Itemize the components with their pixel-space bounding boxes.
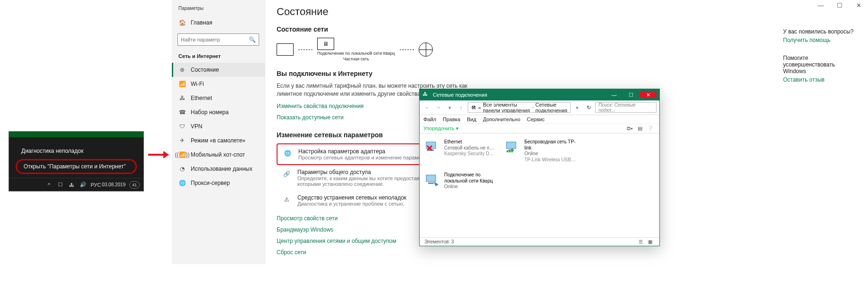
breadcrumb-part[interactable]: Сетевые подключения	[535, 102, 567, 113]
volume-icon[interactable]: 🔊	[79, 182, 87, 188]
connections-area: Ethernet Сетевой кабель не подкл... Kasp…	[420, 133, 659, 237]
menu-diagnose[interactable]: Диагностика неполадок	[9, 144, 143, 158]
search-input[interactable]	[181, 37, 249, 42]
sidebar-item-airplane[interactable]: ✈ Режим «в самолете»	[172, 133, 265, 148]
refresh-button[interactable]: ↻	[584, 105, 593, 111]
svg-rect-4	[506, 142, 516, 149]
router-icon: 🖥	[317, 38, 334, 50]
sidebar-item-label: Прокси-сервер	[191, 180, 230, 186]
connection-item-lan[interactable]: Подключение по локальной сети Кварц Onli…	[425, 172, 496, 190]
close-button[interactable]: ✕	[640, 92, 657, 98]
explorer-toolbar: Упорядочить ▾ ⧉▾ ▤ ❔	[420, 124, 659, 133]
menu-extras[interactable]: Дополнительно	[483, 117, 520, 122]
network-type-caption: Частная сеть	[317, 57, 395, 61]
sidebar-item-ethernet[interactable]: 🖧 Ethernet	[172, 91, 265, 105]
maximize-button[interactable]: ☐	[623, 92, 640, 98]
taskbar-network-popup: Диагностика неполадок Открыть "Параметры…	[8, 131, 144, 191]
organize-button[interactable]: Упорядочить ▾	[423, 125, 459, 132]
preview-pane-button[interactable]: ▤	[635, 125, 645, 132]
sidebar-item-proxy[interactable]: 🌐 Прокси-сервер	[172, 176, 265, 190]
view-details-button[interactable]: ☰	[636, 239, 645, 244]
svg-rect-6	[506, 150, 508, 152]
explorer-menubar: Файл Правка Вид Дополнительно Сервис	[420, 115, 659, 124]
breadcrumb-path[interactable]: 🛠 « Все элементы панели управления › Сет…	[468, 102, 571, 113]
breadcrumb-root: «	[478, 105, 481, 110]
sidebar-item-label: Набор номера	[191, 109, 228, 116]
menu-open-network-settings[interactable]: Открыть "Параметры сети и Интернет"	[16, 159, 137, 174]
connection-name: Ethernet	[444, 139, 496, 145]
vpn-icon: 🛡	[178, 123, 186, 130]
proxy-icon: 🌐	[178, 179, 186, 187]
sidebar-item-status[interactable]: ⊕ Состояние	[172, 63, 265, 77]
breadcrumb-part[interactable]: Все элементы панели управления	[483, 102, 530, 113]
view-mode-button[interactable]: ⧉▾	[624, 125, 635, 132]
search-box[interactable]: 🔍	[177, 33, 259, 46]
connection-name-caption: Подключение по локальной сети Кварц	[317, 51, 395, 56]
control-panel-icon: 🖧	[422, 91, 430, 99]
link-show-networks[interactable]: Показать доступные сети	[277, 114, 344, 121]
link-sharing-center[interactable]: Центр управления сетями и общим доступом	[277, 238, 396, 244]
red-arrow	[148, 152, 171, 158]
up-button[interactable]: ↑	[456, 105, 466, 110]
sidebar-item-label: Ethernet	[191, 95, 212, 101]
sidebar-item-dialup[interactable]: ☎ Набор номера	[172, 105, 265, 119]
warning-icon: ⚠	[281, 194, 292, 205]
connection-detail: Kaspersky Security Data Esc...	[444, 151, 496, 157]
help-question: У вас появились вопросы?	[783, 28, 859, 35]
sidebar-section-label: Сеть и Интернет	[172, 51, 265, 63]
connection-status: Сетевой кабель не подкл...	[444, 145, 496, 151]
link-view-network-props[interactable]: Просмотр свойств сети	[277, 215, 337, 222]
sidebar-item-label: Главная	[191, 19, 212, 26]
back-button[interactable]: ←	[422, 105, 432, 110]
tray-date[interactable]: 03.08.2019	[102, 182, 126, 187]
sidebar-title: Параметры	[172, 4, 265, 16]
explorer-search-box[interactable]: Поиск: Сетевые подкл...	[595, 102, 657, 113]
sidebar-item-label: Состояние	[191, 67, 219, 73]
menu-view[interactable]: Вид	[467, 117, 476, 122]
link-get-help[interactable]: Получить помощь	[783, 37, 859, 43]
link-network-reset[interactable]: Сброс сети	[277, 249, 306, 256]
link-firewall[interactable]: Брандмауэр Windows	[277, 226, 333, 233]
language-indicator[interactable]: РУС	[91, 182, 98, 188]
network-icon[interactable]: 🖧	[68, 182, 76, 188]
connection-line	[400, 50, 414, 50]
dialup-icon: ☎	[178, 108, 186, 116]
sidebar-item-vpn[interactable]: 🛡 VPN	[172, 119, 265, 133]
search-icon: 🔍	[249, 36, 256, 43]
history-chevron[interactable]: ▾	[573, 105, 582, 111]
sidebar-item-data-usage[interactable]: ◔ Использование данных	[172, 162, 265, 176]
menu-file[interactable]: Файл	[423, 117, 436, 122]
minimize-button[interactable]: ―	[606, 92, 623, 98]
airplane-icon: ✈	[178, 137, 186, 144]
svg-rect-9	[426, 175, 436, 182]
menu-edit[interactable]: Правка	[443, 117, 460, 122]
sidebar-item-wifi[interactable]: 📶 Wi-Fi	[172, 77, 265, 91]
sidebar-item-label: Wi-Fi	[191, 81, 204, 87]
settings-sidebar: Параметры 🏠 Главная 🔍 Сеть и Интернет ⊕ …	[172, 0, 265, 264]
chevron-up-icon[interactable]: ^	[45, 182, 53, 188]
onedrive-icon[interactable]: ☐	[57, 182, 64, 188]
popup-accent-bar	[9, 132, 143, 137]
sidebar-item-home[interactable]: 🏠 Главная	[172, 16, 265, 30]
connection-item-ethernet[interactable]: Ethernet Сетевой кабель не подкл... Kasp…	[425, 139, 496, 163]
svg-rect-7	[509, 150, 511, 152]
menu-service[interactable]: Сервис	[527, 117, 545, 122]
ethernet-adapter-icon	[425, 139, 440, 154]
sidebar-item-label: Мобильный хот-спот	[191, 151, 245, 158]
pc-icon	[277, 43, 294, 56]
link-feedback[interactable]: Оставить отзыв	[783, 76, 859, 83]
connection-status: Online	[524, 151, 576, 157]
connection-item-wifi[interactable]: Беспроводная сеть TP-link Online TP-Link…	[506, 139, 576, 163]
connection-detail: TP-Link Wireless USB Adap...	[524, 157, 576, 163]
page-title: Состояние	[277, 6, 857, 18]
view-large-button[interactable]: ▦	[645, 239, 655, 244]
sidebar-item-hotspot[interactable]: ((📶)) Мобильный хот-спот	[172, 148, 265, 162]
option-desc: Диагностика и устранение проблем с сетью…	[297, 201, 406, 207]
help-panel: У вас появились вопросы? Получить помощь…	[783, 28, 859, 94]
link-change-connection-props[interactable]: Изменить свойства подключения	[277, 103, 364, 109]
notification-badge[interactable]: 41	[129, 181, 140, 189]
forward-button[interactable]: →	[434, 105, 443, 110]
help-button[interactable]: ❔	[645, 125, 656, 132]
data-icon: ◔	[178, 165, 186, 173]
history-dropdown[interactable]: ▾	[445, 105, 455, 111]
